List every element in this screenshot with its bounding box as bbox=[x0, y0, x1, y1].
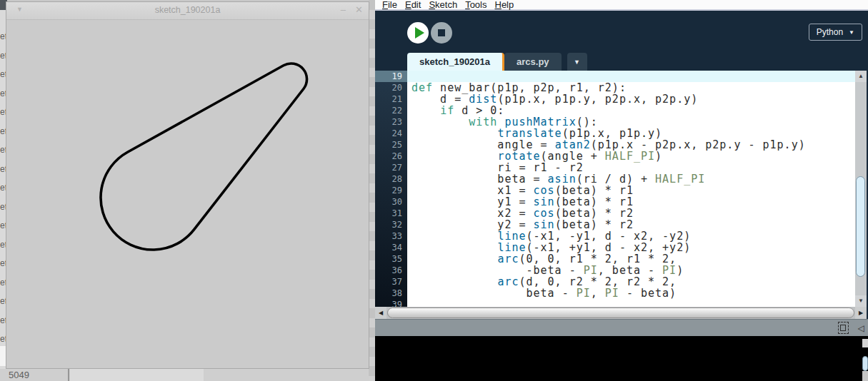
code-editor[interactable]: 1920def new_bar(p1p, p2p, r1, r2):21 d =… bbox=[375, 71, 855, 307]
status-count: 5049 bbox=[9, 370, 29, 380]
code-line[interactable]: 19 bbox=[375, 71, 855, 82]
scroll-right-arrow-icon[interactable]: ▶ bbox=[855, 307, 867, 319]
scroll-left-arrow-icon[interactable]: ◀ bbox=[375, 307, 386, 319]
code-line[interactable]: 39 bbox=[375, 299, 855, 307]
console-area bbox=[375, 336, 868, 381]
line-number: 36 bbox=[375, 265, 407, 276]
line-number: 39 bbox=[375, 299, 407, 307]
code-line[interactable]: 33 line(-x1, -y1, d - x2, -y2) bbox=[375, 230, 855, 242]
editor-horizontal-scrollbar[interactable]: ◀ ▶ bbox=[375, 307, 867, 319]
background-status-bar: 5049 bbox=[0, 369, 375, 381]
code-line-text[interactable]: line(-x1, +y1, d - x2, +y2) bbox=[407, 242, 855, 253]
sketch-window-titlebar[interactable]: ▼ sketch_190201a – ✕ bbox=[6, 2, 369, 20]
stop-button[interactable] bbox=[431, 22, 452, 44]
editor-vertical-scrollbar[interactable]: ▲ ▼ bbox=[855, 71, 867, 307]
scroll-up-arrow-icon[interactable]: ▲ bbox=[855, 71, 867, 82]
line-number: 34 bbox=[375, 242, 407, 253]
code-line[interactable]: 32 y2 = sin(beta) * r2 bbox=[375, 219, 855, 230]
minimize-icon[interactable]: – bbox=[341, 4, 346, 15]
line-number: 37 bbox=[375, 276, 407, 288]
tab-label: sketch_190201a bbox=[419, 56, 490, 67]
line-number: 31 bbox=[375, 208, 407, 219]
code-line-text[interactable]: d = dist(p1p.x, p1p.y, p2p.x, p2p.y) bbox=[407, 93, 855, 105]
code-line[interactable]: 31 x2 = cos(beta) * r2 bbox=[375, 208, 855, 219]
code-line-text[interactable]: y2 = sin(beta) * r2 bbox=[407, 219, 855, 230]
code-line-text[interactable]: translate(p1p.x, p1p.y) bbox=[407, 128, 855, 139]
mode-selector-button[interactable]: Python ▼ bbox=[809, 24, 862, 41]
code-line[interactable]: 38 beta - PI, PI - beta) bbox=[375, 288, 855, 299]
line-number: 19 bbox=[375, 71, 407, 82]
code-line-text[interactable] bbox=[407, 71, 855, 82]
code-line[interactable]: 35 arc(0, 0, r1 * 2, r1 * 2, bbox=[375, 253, 855, 265]
code-lines: 1920def new_bar(p1p, p2p, r1, r2):21 d =… bbox=[375, 71, 855, 307]
line-number: 21 bbox=[375, 93, 407, 105]
code-line[interactable]: 30 y1 = sin(beta) * r1 bbox=[375, 196, 855, 208]
code-line[interactable]: 27 ri = r1 - r2 bbox=[375, 162, 855, 173]
menu-tools[interactable]: Tools bbox=[465, 0, 487, 10]
code-line-text[interactable]: def new_bar(p1p, p2p, r1, r2): bbox=[407, 82, 855, 93]
code-line-text[interactable]: arc(d, 0, r2 * 2, r2 * 2, bbox=[407, 276, 855, 288]
code-line[interactable]: 28 beta = asin(ri / d) + HALF_PI bbox=[375, 173, 855, 185]
console-clipboard-icon[interactable] bbox=[838, 322, 849, 334]
message-strip: ◁ bbox=[375, 319, 868, 336]
code-line-text[interactable]: y1 = sin(beta) * r1 bbox=[407, 196, 855, 208]
code-line-text[interactable]: angle = atan2(p1p.x - p2p.x, p2p.y - p1p… bbox=[407, 139, 855, 151]
scroll-down-arrow-icon[interactable]: ▼ bbox=[855, 295, 867, 307]
processing-ide-window: File Edit Sketch Tools Help Python ▼ ske… bbox=[375, 0, 868, 381]
code-line[interactable]: 26 rotate(angle + HALF_PI) bbox=[375, 151, 855, 162]
code-line[interactable]: 25 angle = atan2(p1p.x - p2p.x, p2p.y - … bbox=[375, 139, 855, 151]
code-line[interactable]: 24 translate(p1p.x, p1p.y) bbox=[375, 128, 855, 139]
code-line-text[interactable]: beta = asin(ri / d) + HALF_PI bbox=[407, 173, 855, 185]
tab-label: arcs.py bbox=[517, 56, 549, 67]
menu-bar: File Edit Sketch Tools Help bbox=[375, 0, 868, 11]
line-number: 29 bbox=[375, 185, 407, 196]
collapse-arrow-icon[interactable]: ◁ bbox=[858, 324, 864, 332]
code-line-text[interactable]: -beta - PI, beta - PI) bbox=[407, 265, 855, 276]
code-line[interactable]: 37 arc(d, 0, r2 * 2, r2 * 2, bbox=[375, 276, 855, 288]
code-line[interactable]: 22 if d > 0: bbox=[375, 105, 855, 116]
line-number: 22 bbox=[375, 105, 407, 116]
code-line[interactable]: 29 x1 = cos(beta) * r1 bbox=[375, 185, 855, 196]
menu-file[interactable]: File bbox=[382, 0, 397, 10]
line-number: 35 bbox=[375, 253, 407, 265]
code-line-text[interactable]: beta - PI, PI - beta) bbox=[407, 288, 855, 299]
vertical-scrollbar-thumb[interactable] bbox=[856, 176, 865, 277]
code-line-text[interactable]: if d > 0: bbox=[407, 105, 855, 116]
code-line-text[interactable] bbox=[407, 299, 855, 307]
menu-sketch[interactable]: Sketch bbox=[429, 0, 457, 10]
code-line-text[interactable]: ri = r1 - r2 bbox=[407, 162, 855, 173]
run-button[interactable] bbox=[407, 22, 429, 44]
menu-help[interactable]: Help bbox=[494, 0, 514, 10]
code-line-text[interactable]: rotate(angle + HALF_PI) bbox=[407, 151, 855, 162]
console-scrollbar[interactable] bbox=[862, 337, 868, 381]
code-line-text[interactable]: line(-x1, -y1, d - x2, -y2) bbox=[407, 230, 855, 242]
horizontal-scrollbar-thumb[interactable] bbox=[387, 308, 854, 318]
line-number: 28 bbox=[375, 173, 407, 185]
chevron-down-icon: ▼ bbox=[849, 29, 854, 36]
code-line[interactable]: 34 line(-x1, +y1, d - x2, +y2) bbox=[375, 242, 855, 253]
code-line[interactable]: 36 -beta - PI, beta - PI) bbox=[375, 265, 855, 276]
tab-arcs-py[interactable]: arcs.py bbox=[504, 53, 562, 71]
code-line-text[interactable]: arc(0, 0, r1 * 2, r1 * 2, bbox=[407, 253, 855, 265]
line-number: 27 bbox=[375, 162, 407, 173]
console-scrollbar-thumb[interactable] bbox=[862, 356, 868, 371]
code-line[interactable]: 20def new_bar(p1p, p2p, r1, r2): bbox=[375, 82, 855, 93]
code-line[interactable]: 23 with pushMatrix(): bbox=[375, 116, 855, 128]
stop-icon bbox=[438, 29, 445, 36]
bar-shape-drawing bbox=[7, 19, 369, 368]
line-number: 32 bbox=[375, 219, 407, 230]
sketch-output-window: ▼ sketch_190201a – ✕ bbox=[6, 1, 369, 369]
line-number: 30 bbox=[375, 196, 407, 208]
line-number: 25 bbox=[375, 139, 407, 151]
close-icon[interactable]: ✕ bbox=[355, 4, 363, 15]
play-icon bbox=[415, 27, 424, 39]
code-line-text[interactable]: x1 = cos(beta) * r1 bbox=[407, 185, 855, 196]
line-number: 20 bbox=[375, 82, 407, 93]
code-line[interactable]: 21 d = dist(p1p.x, p1p.y, p2p.x, p2p.y) bbox=[375, 93, 855, 105]
sketch-canvas bbox=[7, 19, 369, 368]
code-line-text[interactable]: x2 = cos(beta) * r2 bbox=[407, 208, 855, 219]
tab-dropdown-button[interactable]: ▼ bbox=[567, 53, 587, 71]
code-line-text[interactable]: with pushMatrix(): bbox=[407, 116, 855, 128]
menu-edit[interactable]: Edit bbox=[405, 0, 421, 10]
tab-sketch-190201a[interactable]: sketch_190201a bbox=[407, 53, 504, 71]
